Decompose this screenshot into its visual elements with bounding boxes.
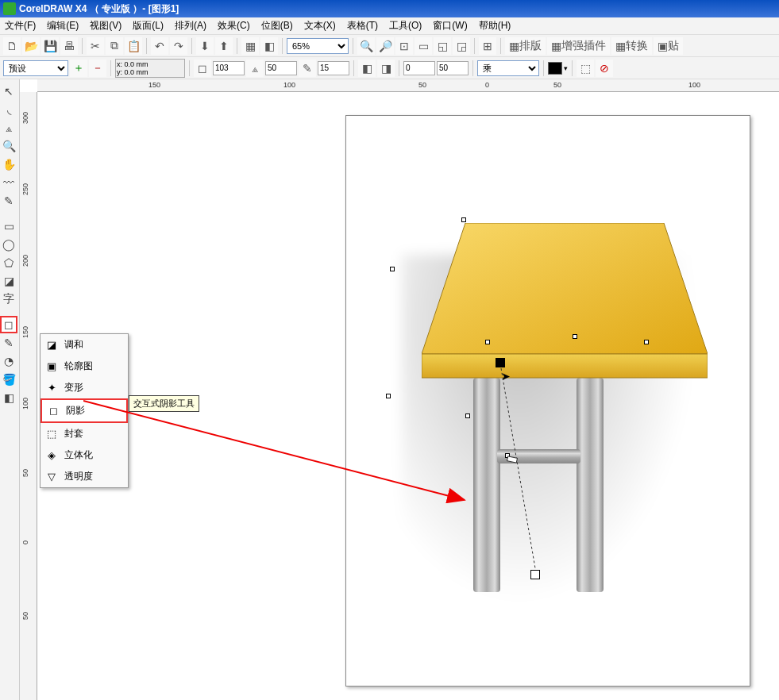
menu-arrange[interactable]: 排列(A) [175,19,206,33]
welcome-button[interactable]: ◧ [260,37,278,55]
zoom-sel-button[interactable]: ◲ [453,37,470,55]
menu-tools[interactable]: 工具(O) [389,19,422,33]
crop-tool[interactable]: ⟁ [0,119,17,137]
menu-text[interactable]: 文本(X) [304,19,336,33]
remove-preset-button[interactable]: － [89,60,106,77]
stool-leg-right [577,378,604,592]
svg-line-5 [83,401,465,500]
cut-button[interactable]: ✂ [87,37,104,55]
zoom-all-button[interactable]: ◱ [434,37,451,55]
selection-handle[interactable] [461,217,466,222]
flyout-icon: ◪ [45,339,58,352]
menu-effects[interactable]: 效果(C) [218,19,250,33]
selection-handle[interactable] [644,340,649,344]
ruler-horizontal: 15010050501001500 [37,79,779,92]
spin-d[interactable] [403,61,435,75]
spin-e[interactable] [437,61,469,75]
fill-tool[interactable]: 🪣 [0,371,17,388]
save-button[interactable]: 💾 [41,37,59,55]
menu-bitmap[interactable]: 位图(B) [261,19,293,33]
interactive-tool[interactable]: ◻ [0,316,17,333]
flyout-icon: ✦ [45,382,58,394]
text-tool[interactable]: 字 [0,290,17,308]
plugin-button[interactable]: ▦ 增强插件 [547,37,610,55]
menu-help[interactable]: 帮助(H) [479,19,511,33]
interactive-fill-tool[interactable]: ◧ [0,389,17,406]
layout-button[interactable]: ▦ 排版 [505,37,546,55]
spin-c[interactable] [318,61,349,75]
coord-readout: x: 0.0 mm y: 0.0 mm [115,59,185,78]
export-button[interactable]: ⬆ [215,37,233,55]
pick-tool[interactable]: ↖ [0,83,17,100]
ruler-vertical: 30025020015010050050 [20,92,37,700]
menu-edit[interactable]: 编辑(E) [47,19,79,33]
snap-button[interactable]: ⊞ [479,37,496,55]
toolbox: ↖ ◟ ⟁ 🔍 ✋ 〰 ✎ ▭ ◯ ⬠ ◪ 字 ◻ ✎ ◔ 🪣 ◧ [0,79,20,700]
stool-top [422,223,708,382]
convert-button[interactable]: ▦ 转换 [611,37,652,55]
svg-rect-3 [507,456,518,463]
undo-button[interactable]: ↶ [151,37,168,55]
zoom-tool[interactable]: 🔍 [0,137,17,155]
shadow-color-swatch[interactable] [548,62,562,75]
flyout-item-2[interactable]: ✦变形 [40,377,128,398]
flyout-item-1[interactable]: ▣轮廓图 [40,356,128,377]
spin-a[interactable] [213,61,245,75]
new-button[interactable]: 🗋 [3,37,21,55]
copy-props-button[interactable]: ⬚ [577,60,594,77]
cursor-icon: ➤ [501,370,511,383]
paste-special-button[interactable]: ▣ 贴 [654,37,683,55]
ellipse-tool[interactable]: ◯ [0,236,17,253]
open-button[interactable]: 📂 [22,37,40,55]
app-title: CorelDRAW X4 （ 专业版 ）- [图形1] [19,2,179,16]
shadow-edge-button[interactable]: ◨ [377,60,395,77]
hand-tool[interactable]: ✋ [0,156,17,173]
blend-mode-combo[interactable]: 乘 [477,60,539,76]
import-button[interactable]: ⬇ [196,37,214,55]
menu-file[interactable]: 文件(F) [5,19,36,33]
zoom-in-button[interactable]: 🔍 [357,37,375,55]
print-button[interactable]: 🖶 [60,37,78,55]
redo-button[interactable]: ↷ [170,37,187,55]
menu-window[interactable]: 窗口(W) [433,19,467,33]
shadow-dir-button[interactable]: ◧ [358,60,376,77]
canvas[interactable]: 15010050501001500 30025020015010050050 [20,79,779,700]
app-launcher-button[interactable]: ▦ [241,37,259,55]
zoom-page-button[interactable]: ▭ [415,37,432,55]
freehand-tool[interactable]: 〰 [0,174,17,191]
shadow-end-handle[interactable] [530,570,540,579]
polygon-tool[interactable]: ⬠ [0,254,17,271]
menu-view[interactable]: 视图(V) [90,19,121,33]
zoom-combo[interactable]: 65% [287,38,349,54]
flyout-label: 阴影 [66,404,85,417]
svg-marker-1 [422,354,708,378]
zoom-fit-button[interactable]: ⊡ [395,37,413,55]
basic-shapes-tool[interactable]: ◪ [0,272,17,290]
dir-icon[interactable]: ◻ [194,60,211,77]
selection-handle[interactable] [390,267,395,271]
smart-draw-tool[interactable]: ✎ [0,192,17,210]
clear-shadow-button[interactable]: ⊘ [596,60,613,77]
zoom-out-button[interactable]: 🔎 [376,37,394,55]
flyout-icon: ◻ [47,405,60,417]
preset-combo[interactable]: 预设 [3,60,68,76]
flyout-icon: ▽ [45,471,58,483]
flyout-label: 封套 [64,427,83,440]
flyout-item-0[interactable]: ◪调和 [40,334,128,356]
paste-button[interactable]: 📋 [125,37,142,55]
eyedropper-tool[interactable]: ✎ [0,334,17,352]
menu-layout[interactable]: 版面(L) [133,19,164,33]
menu-table[interactable]: 表格(T) [347,19,378,33]
flyout-icon: ◈ [45,449,58,462]
svg-marker-0 [422,223,708,354]
add-preset-button[interactable]: ＋ [70,60,87,77]
shape-tool[interactable]: ◟ [0,101,17,118]
outline-tool[interactable]: ◔ [0,352,17,370]
property-bar: 预设 ＋ － x: 0.0 mm y: 0.0 mm ◻ ⟁ ✎ ◧ ◨ 乘 ▾… [0,57,779,79]
shadow-vector[interactable] [496,362,559,584]
spin-b[interactable] [265,61,297,75]
rectangle-tool[interactable]: ▭ [0,217,17,235]
selection-handle[interactable] [485,340,490,344]
selection-handle[interactable] [573,334,577,339]
copy-button[interactable]: ⧉ [106,37,123,55]
